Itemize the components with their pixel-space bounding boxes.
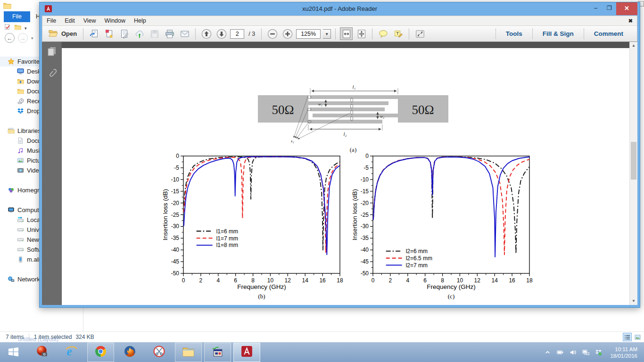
comment-bubble-icon[interactable] (377, 27, 389, 40)
explorer-status-bar: 7 items 1 item selected 324 KB (0, 331, 644, 342)
qat-dropdown-icon[interactable]: ▾ (25, 26, 27, 31)
back-button[interactable]: ← (5, 33, 15, 43)
zoom-dropdown-icon[interactable]: ▼ (323, 29, 331, 39)
scrollbar-thumb[interactable] (631, 142, 636, 180)
portable-icon (17, 256, 24, 263)
new-folder-icon[interactable] (14, 24, 21, 33)
svg-text:l1=6 mm: l1=6 mm (216, 228, 238, 235)
maximize-button[interactable]: ❐ (603, 2, 616, 15)
taskbar-app-google-chrome[interactable] (87, 343, 114, 362)
taskbar-app-layout-app[interactable] (204, 343, 231, 362)
show-hidden-icons-chevron[interactable] (544, 349, 551, 356)
email-icon[interactable] (178, 27, 191, 40)
previous-page-button[interactable] (200, 27, 213, 40)
taskbar-app-snipping-tool[interactable] (146, 343, 173, 362)
svg-text:(c): (c) (448, 293, 454, 300)
history-dropdown-icon[interactable]: ▾ (31, 36, 33, 41)
svg-text:-45: -45 (171, 258, 180, 265)
clock[interactable]: 10:11 AM 18/01/2016 (607, 346, 640, 359)
network-status-icon[interactable] (582, 349, 589, 356)
taskbar-app-internet-explorer[interactable]: e (58, 343, 85, 362)
document-icon (17, 137, 24, 144)
next-page-button[interactable] (215, 27, 228, 40)
details-view-button[interactable] (623, 333, 632, 341)
forward-button[interactable]: → (18, 33, 28, 43)
comment-link[interactable]: Comment (584, 29, 633, 39)
menubar-close-icon[interactable]: ✖ (628, 18, 633, 24)
menu-edit[interactable]: Edit (60, 17, 79, 24)
scroll-down-icon[interactable]: ▼ (630, 297, 637, 305)
svg-text:Insertion loss (dB): Insertion loss (dB) (351, 189, 358, 240)
properties-icon[interactable] (4, 24, 11, 33)
desktop-screen: File Home ▾ ← → ▾ FavoritesDesktopDownlo… (0, 0, 644, 362)
taskbar-app-file-explorer[interactable] (175, 343, 202, 362)
zoom-in-button[interactable] (281, 27, 294, 40)
dropbox-tray-icon[interactable] (594, 349, 602, 356)
adobe-reader-window: xu2014.pdf - Adobe Reader – ❐ ✕ File Edi… (39, 2, 640, 308)
library-icon (8, 127, 15, 134)
create-pdf-icon[interactable] (103, 27, 116, 40)
export-pdf-icon[interactable] (88, 27, 100, 40)
sign-document-icon[interactable] (118, 27, 131, 40)
close-button[interactable]: ✕ (616, 2, 637, 15)
chart-insertion-loss-c: 0246810121416180-5-10-15-20-25-30-35-40-… (351, 153, 535, 303)
left-port-label: 50Ω (272, 103, 294, 117)
vertical-scrollbar[interactable]: ▲ ▼ (629, 42, 637, 305)
save-icon[interactable] (148, 27, 161, 40)
attachments-icon[interactable] (46, 67, 58, 81)
toolbar: Open 2 / 3 125% ▼ T (42, 26, 637, 42)
svg-text:-25: -25 (171, 212, 180, 218)
svg-text:Insertion loss (dB): Insertion loss (dB) (162, 189, 169, 240)
network-icon (8, 276, 15, 283)
explorer-nav: ← → ▾ (5, 33, 33, 43)
pdf-page: 50Ω 50Ω l₁ l₂ w₁ (62, 48, 629, 305)
thumbnails-view-button[interactable] (633, 333, 642, 341)
minimize-button[interactable]: – (589, 2, 603, 15)
taskbar-app-screenshot-tool[interactable] (29, 343, 56, 362)
window-title: xu2014.pdf - Adobe Reader (40, 2, 640, 16)
volume-icon[interactable] (569, 349, 577, 356)
chart-insertion-loss-b: 0246810121416180-5-10-15-20-25-30-35-40-… (161, 153, 345, 303)
scroll-up-icon[interactable]: ▲ (630, 42, 637, 49)
open-button[interactable]: Open (46, 28, 79, 40)
start-button[interactable] (0, 343, 26, 362)
svg-text:6: 6 (423, 277, 427, 284)
svg-text:0: 0 (372, 277, 375, 284)
dropbox-icon (17, 107, 24, 115)
menu-file[interactable]: File (42, 17, 60, 24)
star-icon (8, 58, 15, 65)
svg-text:0: 0 (182, 277, 185, 284)
folder-icon (17, 88, 24, 95)
clock-time: 10:11 AM (610, 346, 637, 353)
fullscreen-icon[interactable] (413, 27, 426, 40)
svg-text:10: 10 (267, 277, 274, 284)
menu-window[interactable]: Window (100, 17, 130, 24)
send-file-cloud-icon[interactable] (133, 27, 146, 40)
selection-size: 324 KB (72, 334, 94, 340)
menu-help[interactable]: Help (130, 17, 150, 24)
zoom-out-button[interactable] (266, 27, 279, 40)
tools-link[interactable]: Tools (495, 29, 532, 39)
svg-text:4: 4 (216, 277, 220, 284)
zoom-level-input[interactable]: 125% (296, 29, 321, 39)
explorer-file-tab[interactable]: File (4, 11, 30, 22)
svg-text:8: 8 (441, 277, 444, 284)
print-icon[interactable] (163, 27, 176, 40)
fill-sign-link[interactable]: Fill & Sign (532, 29, 584, 39)
highlight-text-icon[interactable]: T (392, 27, 405, 40)
taskbar-app-adobe-reader[interactable] (233, 343, 260, 362)
menu-view[interactable]: View (79, 17, 100, 24)
menu-bar: File Edit View Window Help ✖ (42, 16, 637, 26)
page-number-input[interactable]: 2 (230, 29, 244, 39)
svg-text:-40: -40 (361, 247, 369, 253)
open-folder-icon (48, 28, 58, 40)
power-icon[interactable] (556, 349, 564, 356)
fit-page-button[interactable] (355, 27, 368, 40)
page-thumbnails-icon[interactable] (46, 46, 58, 59)
fit-width-button[interactable] (340, 27, 353, 40)
title-bar[interactable]: xu2014.pdf - Adobe Reader – ❐ ✕ (40, 2, 640, 16)
taskbar-app-firefox[interactable] (116, 343, 143, 362)
svg-text:0: 0 (365, 153, 369, 159)
svg-text:0: 0 (176, 153, 179, 159)
drive-icon (17, 226, 24, 233)
